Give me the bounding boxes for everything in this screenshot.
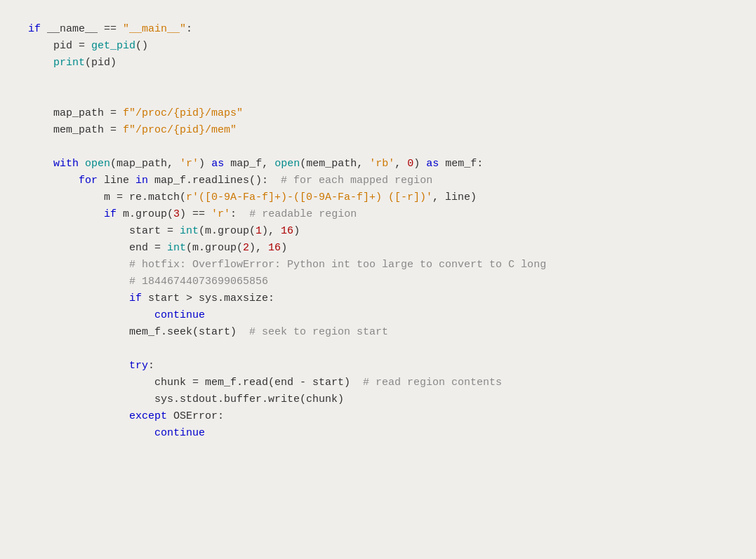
code-line-12: if m.group(3) == 'r': # readable region	[28, 206, 728, 223]
code-line-25: continue	[28, 425, 728, 442]
code-line-21: try:	[28, 358, 728, 375]
code-line-11: m = re.match(r'([0-9A-Fa-f]+)-([0-9A-Fa-…	[28, 189, 728, 206]
code-line-6: map_path = f"/proc/{pid}/maps"	[28, 105, 728, 122]
code-line-14: end = int(m.group(2), 16)	[28, 240, 728, 257]
code-line-18: continue	[28, 307, 728, 324]
code-block: if __name__ == "__main__": pid = get_pid…	[28, 14, 728, 449]
code-line-9: with open(map_path, 'r') as map_f, open(…	[28, 156, 728, 173]
code-line-17: if start > sys.maxsize:	[28, 290, 728, 307]
code-line-4	[28, 72, 728, 88]
code-line-15: # hotfix: OverflowError: Python int too …	[28, 257, 728, 274]
code-line-23: sys.stdout.buffer.write(chunk)	[28, 391, 728, 408]
code-line-3: print(pid)	[28, 55, 728, 72]
code-line-13: start = int(m.group(1), 16)	[28, 223, 728, 240]
code-line-1: if __name__ == "__main__":	[28, 21, 728, 38]
code-line-10: for line in map_f.readlines(): # for eac…	[28, 173, 728, 189]
code-line-19: mem_f.seek(start) # seek to region start	[28, 324, 728, 341]
code-line-20	[28, 341, 728, 358]
code-line-5	[28, 88, 728, 105]
code-line-2: pid = get_pid()	[28, 38, 728, 55]
code-line-22: chunk = mem_f.read(end - start) # read r…	[28, 375, 728, 391]
code-line-24: except OSError:	[28, 408, 728, 425]
code-line-7: mem_path = f"/proc/{pid}/mem"	[28, 122, 728, 139]
code-line-16: # 18446744073699065856	[28, 274, 728, 290]
code-line-8	[28, 139, 728, 156]
